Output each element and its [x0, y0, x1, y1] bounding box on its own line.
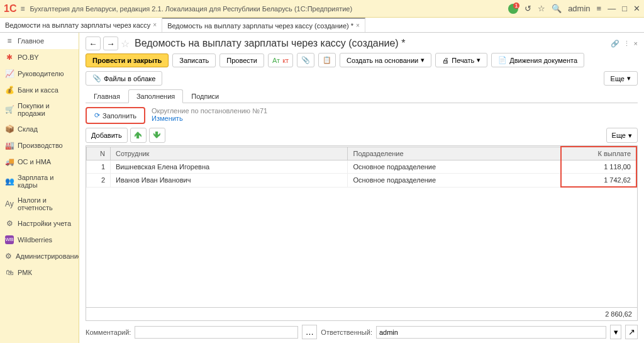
sub-tabs: Главная Заполнения Подписи — [86, 89, 638, 103]
star-icon[interactable]: ☆ — [538, 4, 545, 13]
edit-link[interactable]: Изменить — [152, 115, 183, 122]
bag-icon: 🛍 — [5, 268, 14, 277]
hamburger-icon[interactable]: ≡ — [20, 4, 25, 13]
settings-icon[interactable]: ≡ — [597, 4, 602, 13]
table-total: 2 860,62 — [86, 307, 637, 320]
gear-icon: ⚙ — [5, 252, 12, 261]
user-label[interactable]: admin — [568, 4, 590, 13]
doc-moves-button[interactable]: 📄 Движения документа — [491, 53, 584, 67]
file-tabs: Ведомости на выплату зарплаты через касс… — [0, 18, 644, 33]
forward-button[interactable]: → — [103, 37, 118, 50]
move-up-button[interactable]: 🡹 — [130, 128, 147, 143]
sidebar-item-os[interactable]: 🚚ОС и НМА — [0, 154, 79, 170]
attach-button[interactable]: 📎 — [297, 53, 314, 67]
back-button[interactable]: ← — [86, 37, 101, 50]
col-amount[interactable]: К выплате — [561, 147, 636, 160]
save-button[interactable]: Записать — [172, 53, 216, 67]
notification-icon[interactable] — [508, 4, 518, 14]
file-tab-label: Ведомости на выплату зарплаты через касс… — [5, 21, 150, 29]
menu-icon: ≡ — [5, 37, 14, 45]
sidebar: ≡Главное ✱PO.BY 📈Руководителю 💰Банк и ка… — [0, 33, 79, 343]
rounding-note: Округление по постановлению №71 — [152, 107, 267, 115]
box-icon: 📦 — [5, 125, 14, 133]
sidebar-item-prod[interactable]: 🏭Производство — [0, 137, 79, 154]
logo-1c: 1С — [4, 3, 16, 14]
chevron-down-icon: ▾ — [628, 132, 632, 140]
more-table-button[interactable]: Еще ▾ — [606, 128, 638, 143]
close-icon[interactable]: × — [356, 22, 360, 29]
star-icon: ✱ — [5, 53, 14, 62]
app-title: Бухгалтерия для Беларуси, редакция 2.1. … — [30, 5, 508, 13]
resp-label: Ответственный: — [321, 329, 372, 336]
post-button[interactable]: Провести — [219, 53, 264, 67]
resp-open[interactable]: ↗ — [625, 325, 638, 339]
close-icon[interactable]: × — [153, 21, 157, 28]
cart-icon: 🛒 — [5, 105, 14, 114]
comment-label: Комментарий: — [86, 329, 131, 336]
sidebar-item-salary[interactable]: 👥Зарплата и кадры — [0, 170, 79, 193]
col-n[interactable]: N — [87, 147, 111, 160]
money-icon: 💰 — [5, 86, 14, 94]
dt-kt-button[interactable]: Аткт — [268, 53, 293, 67]
page-title: Ведомость на выплату зарплаты через касс… — [135, 38, 608, 49]
sidebar-item-poby[interactable]: ✱PO.BY — [0, 49, 79, 65]
sidebar-item-settings[interactable]: ⚙Настройки учета — [0, 215, 79, 232]
sidebar-item-admin[interactable]: ⚙Администрирование — [0, 248, 79, 264]
sidebar-item-sales[interactable]: 🛒Покупки и продажи — [0, 98, 79, 121]
people-icon: 👥 — [5, 177, 14, 186]
sidebar-item-main[interactable]: ≡Главное — [0, 33, 79, 49]
subtab-main[interactable]: Главная — [86, 89, 128, 103]
comment-input[interactable] — [135, 326, 298, 339]
chart-icon: 📈 — [5, 69, 14, 78]
subtab-fill[interactable]: Заполнения — [128, 89, 183, 103]
responsible-input[interactable] — [376, 326, 606, 339]
table-row[interactable]: 1 Вишневская Елена Игоревна Основное под… — [87, 160, 637, 174]
sidebar-item-manager[interactable]: 📈Руководителю — [0, 65, 79, 82]
fill-button[interactable]: ⟳ Заполнить — [86, 107, 145, 124]
minimize-icon[interactable]: — — [608, 4, 616, 13]
maximize-icon[interactable]: □ — [622, 4, 627, 13]
search-icon[interactable]: 🔍 — [552, 4, 562, 13]
file-tab[interactable]: Ведомости на выплату зарплаты через касс… — [0, 18, 162, 32]
history-icon[interactable]: ↺ — [525, 4, 531, 13]
resp-dropdown[interactable]: ▾ — [610, 325, 621, 339]
table-row[interactable]: 2 Иванов Иван Иванович Основное подразде… — [87, 174, 637, 188]
truck-icon: 🚚 — [5, 157, 14, 166]
chevron-down-icon: ▾ — [477, 56, 480, 64]
file-tab-label: Ведомость на выплату зарплаты через касс… — [167, 22, 353, 30]
add-button[interactable]: Добавить — [86, 128, 128, 143]
create-based-button[interactable]: Создать на основании ▾ — [340, 53, 431, 67]
close-page-icon[interactable]: × — [634, 40, 638, 48]
options-icon[interactable]: ⋮ — [623, 40, 630, 48]
sidebar-item-wb[interactable]: WBWildberries — [0, 232, 79, 248]
comment-picker[interactable]: … — [302, 325, 317, 339]
wb-icon: WB — [5, 235, 14, 244]
file-tab[interactable]: Ведомость на выплату зарплаты через касс… — [162, 18, 365, 32]
col-department[interactable]: Подразделение — [348, 147, 561, 160]
app-header: 1С ≡ Бухгалтерия для Беларуси, редакция … — [0, 0, 644, 18]
doc-icon: Ау — [5, 200, 14, 208]
move-down-button[interactable]: 🡻 — [149, 128, 165, 143]
sidebar-item-stock[interactable]: 📦Склад — [0, 121, 79, 137]
refresh-icon: ⟳ — [94, 111, 100, 120]
chevron-down-icon: ▾ — [627, 74, 631, 82]
cloud-files-button[interactable]: 📎 Файлы в облаке — [86, 71, 162, 86]
print-button[interactable]: 🖨 Печать ▾ — [435, 53, 487, 67]
close-icon[interactable]: ✕ — [633, 4, 640, 13]
template-button[interactable]: 📋 — [318, 53, 336, 67]
col-employee[interactable]: Сотрудник — [111, 147, 348, 160]
post-close-button[interactable]: Провести и закрыть — [86, 53, 169, 67]
link-icon[interactable]: 🔗 — [611, 40, 619, 48]
sidebar-item-rmk[interactable]: 🛍РМК — [0, 264, 79, 281]
gear-icon: ⚙ — [5, 219, 14, 228]
factory-icon: 🏭 — [5, 141, 14, 150]
sidebar-item-taxes[interactable]: АуНалоги и отчетность — [0, 193, 79, 215]
favorite-icon[interactable]: ☆ — [121, 38, 130, 50]
more-button[interactable]: Еще ▾ — [604, 71, 638, 86]
subtab-sign[interactable]: Подписи — [183, 89, 227, 103]
chevron-down-icon: ▾ — [421, 56, 425, 64]
sidebar-item-bank[interactable]: 💰Банк и касса — [0, 82, 79, 98]
employee-table: N Сотрудник Подразделение К выплате 1 Ви… — [86, 145, 638, 321]
content: ← → ☆ Ведомость на выплату зарплаты чере… — [79, 33, 644, 343]
